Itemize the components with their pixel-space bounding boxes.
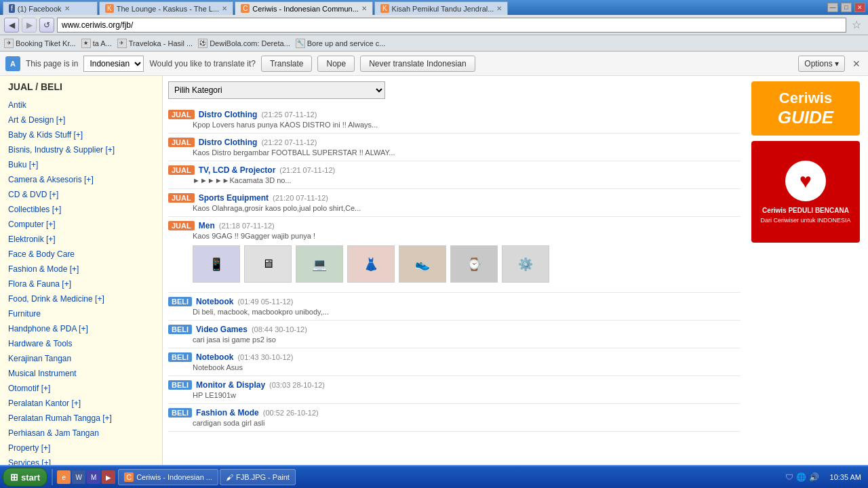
listing-8-header: BELI Monitor & Display (03:03 28-10-12) [168, 380, 741, 390]
listing-5-header: BELI Notebook (01:49 05-11-12) [168, 297, 741, 306]
listing-6-category[interactable]: Video Games [196, 325, 248, 334]
bookmark-star-icon[interactable]: ☆ [849, 18, 864, 33]
product-image-row: 📱 🖥 💻 👗 👟 ⌚ ⚙️ [193, 245, 741, 283]
ceriwis-bencana-banner: ♥ Ceriwis PEDULI BENCANA Dari Ceriwiser … [751, 141, 860, 243]
sidebar-item-baby[interactable]: Baby & Kids Stuff [+] [8, 127, 154, 142]
listing-0-category[interactable]: Distro Clothing [199, 110, 258, 119]
sidebar-item-services[interactable]: Services [+] [8, 455, 154, 465]
listing-2-category[interactable]: TV, LCD & Projector [199, 165, 276, 175]
taskbar-paint[interactable]: 🖌 FJB.JPG - Paint [220, 469, 296, 485]
taskbar-paint-label: FJB.JPG - Paint [236, 473, 290, 481]
start-button[interactable]: ⊞ start [3, 468, 47, 487]
listing-3-header: JUAL Sports Equipment (21:20 07-11-12) [168, 193, 741, 203]
category-dropdown[interactable]: Pilih Kategori [168, 81, 385, 99]
tab-lounge-close[interactable]: ✕ [222, 5, 227, 12]
forward-button[interactable]: ▶ [22, 18, 37, 33]
sidebar-item-camera[interactable]: Camera & Aksesoris [+] [8, 172, 154, 187]
navigation-bar: ◀ ▶ ↺ ☆ [0, 15, 868, 35]
minimize-button[interactable]: — [827, 3, 838, 12]
options-button[interactable]: Options ▾ [798, 56, 845, 72]
quick-launch-4[interactable]: ▶ [102, 470, 115, 484]
sidebar-item-food[interactable]: Food, Drink & Medicine [+] [8, 291, 154, 306]
sidebar-item-property[interactable]: Property [+] [8, 441, 154, 455]
listing-5-category[interactable]: Notebook [196, 297, 233, 306]
sidebar-item-kerajinan[interactable]: Kerajinan Tangan [8, 351, 154, 366]
listing-8-category[interactable]: Monitor & Display [196, 380, 265, 390]
listing-7-category[interactable]: Notebook [196, 352, 233, 362]
sidebar-item-collectibles[interactable]: Collectibles [+] [8, 202, 154, 217]
bookmark-bore[interactable]: 🔧 Bore up and service c... [296, 39, 386, 48]
taskbar-ceriwis[interactable]: C Ceriwis - Indonesian ... [118, 469, 218, 485]
sidebar-item-musical[interactable]: Musical Instrument [8, 366, 154, 381]
sidebar-item-perhiasan[interactable]: Perhiasan & Jam Tangan [8, 426, 154, 441]
ceriwis-guide-label: GUIDE [778, 107, 833, 128]
bookmark-booking[interactable]: ✈ Booking Tiket Kr... [4, 39, 76, 48]
listing-1-category[interactable]: Distro Clothing [199, 138, 258, 147]
ceriwis-bencana-ad[interactable]: ♥ Ceriwis PEDULI BENCANA Dari Ceriwiser … [751, 141, 860, 243]
translate-page-in-label: This page is in [26, 59, 78, 68]
tab-facebook-close[interactable]: ✕ [64, 5, 70, 12]
ceriwis-guide-ad[interactable]: Ceriwis GUIDE [751, 81, 860, 136]
translate-button[interactable]: Translate [261, 56, 313, 72]
listing-2-desc: ►►►►►Kacamata 3D no... [168, 176, 741, 184]
sidebar-item-fashion[interactable]: Fashion & Mode [+] [8, 262, 154, 277]
sidebar-item-face[interactable]: Face & Body Care [8, 247, 154, 262]
product-thumb-1: 🖥 [244, 245, 292, 283]
language-select[interactable]: Indonesian [83, 56, 144, 72]
listing-6-header: BELI Video Games (08:44 30-10-12) [168, 325, 741, 334]
sidebar-item-cd[interactable]: CD & DVD [+] [8, 187, 154, 202]
address-bar[interactable] [57, 18, 846, 33]
bookmark-traveloka[interactable]: ✈ Traveloka - Hasil ... [117, 39, 193, 48]
sidebar-item-otomotif[interactable]: Otomotif [+] [8, 381, 154, 396]
tab-facebook[interactable]: f (1) Facebook ✕ [3, 1, 98, 15]
sidebar-item-elektronik[interactable]: Elektronik [+] [8, 232, 154, 247]
listing-2-header: JUAL TV, LCD & Projector (21:21 07-11-12… [168, 165, 741, 175]
quick-launch-ie[interactable]: e [57, 470, 71, 484]
quick-launch-2[interactable]: W [72, 470, 85, 484]
sidebar-item-peralatan-rumah[interactable]: Peralatan Rumah Tangga [+] [8, 411, 154, 426]
sidebar-item-furniture[interactable]: Furniture [8, 306, 154, 321]
tab-kisah[interactable]: K Kisah Pemikul Tandu Jendral... ✕ [374, 1, 509, 15]
back-button[interactable]: ◀ [4, 18, 19, 33]
bencana-heart-icon: ♥ [785, 161, 826, 201]
close-translate-button[interactable]: ✕ [850, 58, 863, 70]
tab-ceriwis-close[interactable]: ✕ [361, 5, 367, 12]
tab-lounge[interactable]: K The Lounge - Kaskus - The L... ✕ [99, 1, 233, 15]
refresh-button[interactable]: ↺ [39, 18, 54, 33]
tab-facebook-icon: f [9, 4, 15, 13]
listing-9-time: (00:52 26-10-12) [263, 409, 319, 417]
maximize-button[interactable]: □ [841, 3, 852, 12]
sidebar-item-bisnis[interactable]: Bisnis, Industry & Supplier [+] [8, 142, 154, 157]
listing-3-category[interactable]: Sports Equipment [199, 193, 269, 203]
system-clock: 10:35 AM [826, 473, 865, 481]
sidebar-item-computer[interactable]: Computer [+] [8, 217, 154, 232]
never-translate-button[interactable]: Never translate Indonesian [360, 56, 475, 72]
tab-kisah-label: Kisah Pemikul Tandu Jendral... [392, 5, 494, 13]
listing-2: JUAL TV, LCD & Projector (21:21 07-11-12… [168, 161, 741, 189]
close-button[interactable]: ✕ [854, 3, 865, 12]
listing-5-badge: BELI [168, 297, 192, 306]
bookmark-ta[interactable]: ★ ta A... [81, 39, 112, 48]
listing-9-category[interactable]: Fashion & Mode [196, 408, 259, 418]
sidebar-item-hardware[interactable]: Hardware & Tools [8, 336, 154, 351]
taskbar-running-items: C Ceriwis - Indonesian ... 🖌 FJB.JPG - P… [118, 469, 778, 485]
listing-6-desc: cari jasa isi game ps2 iso [168, 336, 741, 344]
bookmark-dewibola[interactable]: ⚽ DewiBola.com: Dereta... [198, 39, 290, 48]
tab-strip: f (1) Facebook ✕ K The Lounge - Kaskus -… [3, 0, 508, 15]
listing-2-time: (21:21 07-11-12) [279, 166, 335, 174]
sidebar-item-art[interactable]: Art & Design [+] [8, 113, 154, 127]
sidebar-item-flora[interactable]: Flora & Fauna [+] [8, 277, 154, 291]
sidebar-item-peralatan-kantor[interactable]: Peralatan Kantor [+] [8, 396, 154, 411]
sidebar-item-buku[interactable]: Buku [+] [8, 157, 154, 172]
listing-4-category[interactable]: Men [199, 221, 215, 230]
tab-kisah-close[interactable]: ✕ [496, 5, 502, 12]
bookmark-traveloka-icon: ✈ [117, 39, 127, 48]
sidebar-item-antik[interactable]: Antik [8, 98, 154, 113]
quick-launch-3[interactable]: M [87, 470, 100, 484]
bookmark-ta-icon: ★ [81, 39, 91, 48]
nope-button[interactable]: Nope [317, 56, 355, 72]
tab-ceriwis[interactable]: C Ceriwis - Indonesian Commun... ✕ [235, 1, 373, 15]
product-thumb-0: 📱 [193, 245, 240, 283]
sidebar-item-handphone[interactable]: Handphone & PDA [+] [8, 321, 154, 336]
listing-3: JUAL Sports Equipment (21:20 07-11-12) K… [168, 189, 741, 217]
